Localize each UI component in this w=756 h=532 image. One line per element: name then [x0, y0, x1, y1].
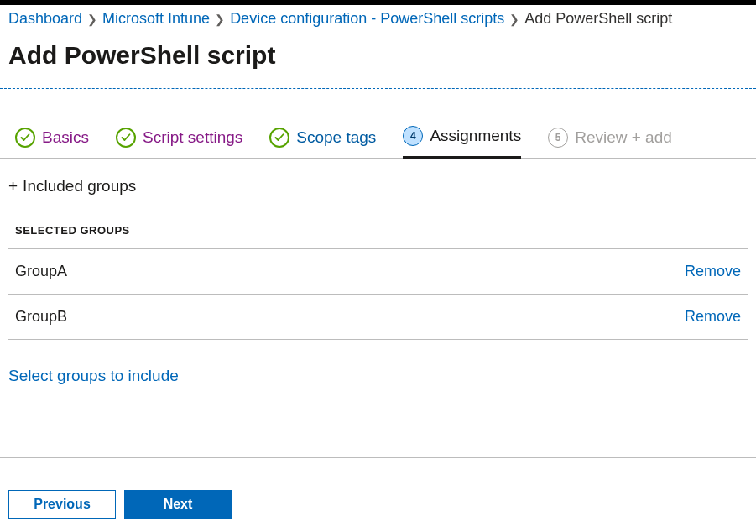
- previous-button[interactable]: Previous: [8, 490, 116, 519]
- selected-groups-list: GroupA Remove GroupB Remove: [0, 248, 756, 340]
- table-row: GroupA Remove: [8, 248, 748, 294]
- step-number-icon: 4: [403, 126, 423, 146]
- tab-script-settings[interactable]: Script settings: [116, 128, 242, 158]
- chevron-right-icon: ❯: [509, 13, 519, 26]
- tab-review-add: 5 Review + add: [548, 128, 672, 158]
- breadcrumb-link-device-config[interactable]: Device configuration - PowerShell script…: [230, 10, 504, 28]
- group-name: GroupB: [15, 308, 67, 326]
- selected-groups-heading: SELECTED GROUPS: [0, 196, 756, 248]
- tab-assignments[interactable]: 4 Assignments: [403, 126, 521, 159]
- check-icon: [269, 128, 289, 148]
- tab-label: Script settings: [143, 128, 242, 147]
- check-icon: [116, 128, 136, 148]
- divider: [0, 457, 756, 458]
- select-groups-link[interactable]: Select groups to include: [0, 340, 187, 385]
- remove-button[interactable]: Remove: [685, 263, 741, 280]
- page-title: Add PowerShell script: [0, 29, 756, 88]
- next-button[interactable]: Next: [124, 490, 232, 519]
- breadcrumb: Dashboard ❯ Microsoft Intune ❯ Device co…: [0, 5, 756, 29]
- chevron-right-icon: ❯: [215, 13, 225, 26]
- plus-icon: +: [8, 177, 18, 196]
- tab-label: Assignments: [430, 127, 521, 145]
- tab-label: Review + add: [575, 128, 672, 147]
- included-groups-header[interactable]: + Included groups: [0, 159, 756, 196]
- table-row: GroupB Remove: [8, 294, 748, 340]
- footer-actions: Previous Next: [8, 490, 232, 519]
- breadcrumb-link-dashboard[interactable]: Dashboard: [8, 10, 82, 28]
- chevron-right-icon: ❯: [87, 13, 97, 26]
- tab-scope-tags[interactable]: Scope tags: [269, 128, 376, 158]
- group-name: GroupA: [15, 263, 67, 280]
- tab-label: Scope tags: [296, 128, 376, 147]
- wizard-tabs: Basics Script settings Scope tags 4 Assi…: [0, 126, 756, 159]
- check-icon: [15, 128, 35, 148]
- breadcrumb-link-intune[interactable]: Microsoft Intune: [102, 10, 210, 28]
- breadcrumb-current: Add PowerShell script: [524, 10, 672, 28]
- step-number-icon: 5: [548, 128, 568, 148]
- remove-button[interactable]: Remove: [685, 308, 741, 326]
- tab-label: Basics: [42, 128, 89, 147]
- divider-dashed: [0, 88, 756, 89]
- tab-basics[interactable]: Basics: [15, 128, 89, 158]
- included-groups-label: Included groups: [23, 177, 136, 196]
